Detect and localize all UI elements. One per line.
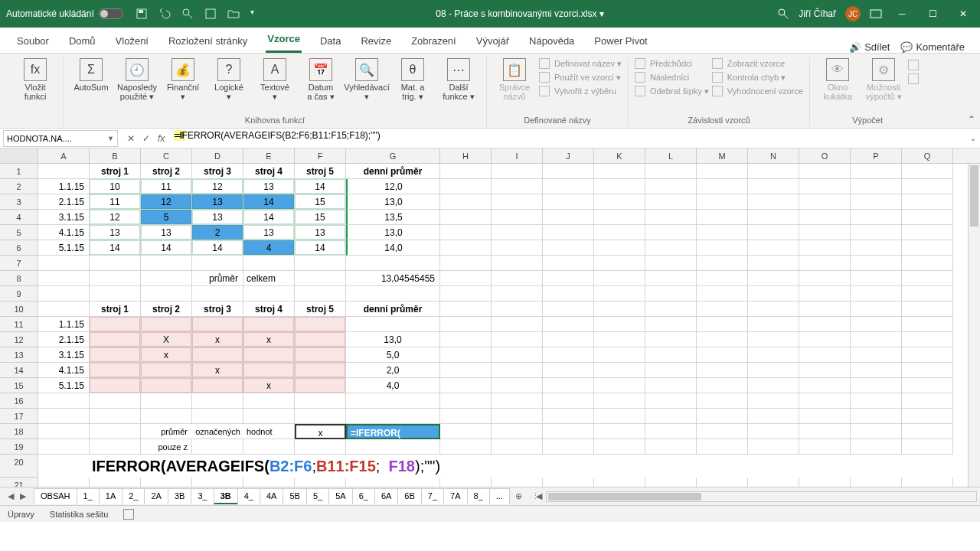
cell[interactable]	[440, 439, 492, 455]
cell[interactable]	[594, 439, 645, 455]
cell[interactable]	[902, 179, 953, 194]
cell[interactable]	[799, 179, 851, 194]
row-header[interactable]: 14	[0, 363, 38, 378]
cell[interactable]	[38, 302, 90, 317]
cell[interactable]: X	[141, 332, 192, 347]
cell[interactable]	[645, 478, 697, 487]
cell[interactable]	[697, 363, 748, 378]
cell[interactable]	[902, 409, 953, 424]
cell[interactable]	[697, 194, 748, 210]
cell[interactable]	[594, 317, 645, 332]
tab-nápověda[interactable]: Nápověda	[528, 31, 576, 53]
cell[interactable]	[492, 256, 543, 271]
col-header[interactable]: D	[192, 148, 243, 163]
cell[interactable]	[697, 424, 748, 439]
ribbon-item[interactable]: Kontrola chyb ▾	[712, 72, 803, 83]
cell[interactable]	[295, 317, 346, 332]
cell[interactable]	[440, 271, 492, 286]
cell[interactable]	[440, 256, 492, 271]
cell[interactable]: 2.1.15	[38, 194, 90, 210]
cell[interactable]	[645, 210, 697, 225]
row-header[interactable]: 15	[0, 378, 38, 393]
open-icon[interactable]	[227, 8, 240, 20]
cell[interactable]	[645, 302, 697, 317]
cell[interactable]	[594, 164, 645, 179]
cell[interactable]	[748, 409, 799, 424]
cell[interactable]	[346, 393, 440, 409]
cell[interactable]	[645, 393, 697, 409]
cell[interactable]	[697, 256, 748, 271]
cell[interactable]	[645, 332, 697, 347]
col-header[interactable]: A	[38, 148, 90, 163]
cell[interactable]	[851, 164, 902, 179]
tab-data[interactable]: Data	[318, 31, 342, 53]
cell[interactable]	[697, 240, 748, 256]
cell[interactable]	[748, 240, 799, 256]
sheet-prev-icon[interactable]: ◀	[8, 491, 14, 501]
col-header[interactable]: K	[594, 148, 645, 163]
fn-4[interactable]: ATextové▾	[253, 57, 296, 114]
cell[interactable]	[440, 378, 492, 393]
cell[interactable]: stroj 3	[192, 164, 243, 179]
cell[interactable]	[192, 393, 243, 409]
cell[interactable]	[748, 194, 799, 210]
row-header[interactable]: 4	[0, 210, 38, 225]
cell[interactable]	[748, 317, 799, 332]
cell[interactable]	[799, 256, 851, 271]
cell[interactable]: 2.1.15	[38, 332, 90, 347]
cell[interactable]	[346, 256, 440, 271]
cell[interactable]	[38, 286, 90, 302]
cell[interactable]	[440, 332, 492, 347]
cell[interactable]	[440, 286, 492, 302]
fn-6[interactable]: 🔍Vyhledávací▾	[345, 57, 388, 114]
ribbon-item[interactable]: Vytvořit z výběru	[539, 86, 622, 96]
cell[interactable]	[492, 179, 543, 194]
cell[interactable]: průměr pouze z	[141, 424, 192, 439]
cell[interactable]	[492, 393, 543, 409]
cell[interactable]	[697, 409, 748, 424]
cell[interactable]	[192, 256, 243, 271]
cell[interactable]	[543, 194, 594, 210]
cell[interactable]: hodnot	[243, 424, 295, 439]
cell[interactable]	[543, 210, 594, 225]
cell[interactable]	[902, 424, 953, 439]
cell[interactable]: stroj 3	[192, 302, 243, 317]
cell[interactable]	[440, 164, 492, 179]
cell[interactable]: 13	[192, 210, 243, 225]
name-manager-button[interactable]: 📋Správce názvů	[493, 57, 536, 114]
cell[interactable]: 3.1.15	[38, 347, 90, 363]
col-header[interactable]: G	[346, 148, 440, 163]
cell[interactable]	[440, 194, 492, 210]
cell[interactable]: stroj 4	[243, 164, 295, 179]
cell[interactable]: denní průměr	[346, 302, 440, 317]
row-header[interactable]: 17	[0, 409, 38, 424]
cell[interactable]	[440, 478, 492, 487]
cell[interactable]	[594, 179, 645, 194]
row-header[interactable]: 7	[0, 256, 38, 271]
minimize-button[interactable]: ─	[891, 3, 913, 24]
close-button[interactable]: ✕	[952, 3, 974, 24]
cell[interactable]	[851, 363, 902, 378]
col-header[interactable]: M	[697, 148, 748, 163]
cell[interactable]: denní průměr	[346, 164, 440, 179]
cell[interactable]	[440, 240, 492, 256]
cell[interactable]	[594, 225, 645, 240]
sheet-tab[interactable]: 5_	[306, 488, 329, 504]
cell[interactable]	[594, 210, 645, 225]
row-header[interactable]: 19	[0, 439, 38, 455]
status-stats[interactable]: Statistika sešitu	[50, 510, 108, 519]
cell[interactable]	[543, 347, 594, 363]
cell[interactable]	[851, 302, 902, 317]
col-header[interactable]: E	[243, 148, 295, 163]
tab-rozložení stránky[interactable]: Rozložení stránky	[167, 31, 249, 53]
cell[interactable]	[902, 286, 953, 302]
cell[interactable]	[141, 317, 192, 332]
cell[interactable]	[440, 179, 492, 194]
row-header[interactable]: 11	[0, 317, 38, 332]
cell[interactable]	[902, 478, 953, 487]
cell[interactable]: x	[192, 332, 243, 347]
avatar[interactable]: JC	[845, 6, 861, 21]
fn-7[interactable]: θMat. atrig. ▾	[391, 57, 434, 114]
cell[interactable]	[697, 225, 748, 240]
qat-more-icon[interactable]: ▾	[250, 8, 263, 20]
